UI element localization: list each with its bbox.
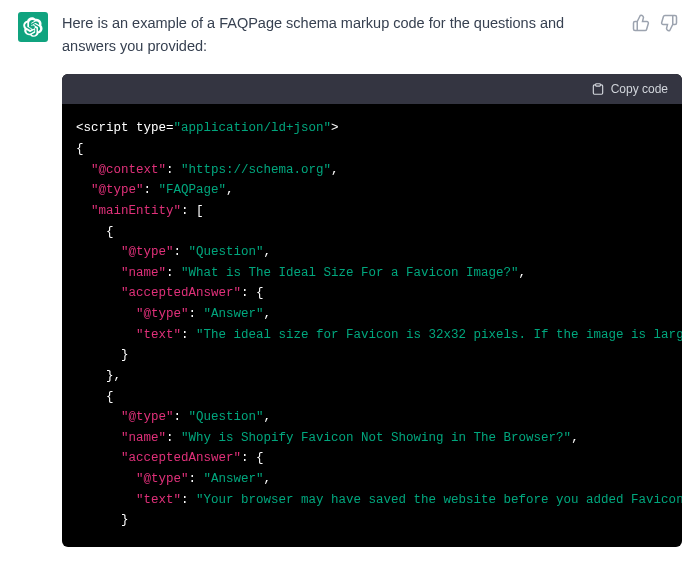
code-block: Copy code <script type="application/ld+j… — [62, 74, 682, 547]
openai-logo-icon — [23, 17, 43, 37]
copy-code-label: Copy code — [611, 82, 668, 96]
code-content: <script type="application/ld+json"> { "@… — [62, 104, 682, 547]
clipboard-icon — [591, 82, 605, 96]
svg-rect-0 — [595, 84, 600, 86]
assistant-avatar — [18, 12, 48, 42]
thumbs-up-icon[interactable] — [632, 14, 650, 32]
copy-code-button[interactable]: Copy code — [591, 82, 668, 96]
thumbs-down-icon[interactable] — [660, 14, 678, 32]
assistant-intro-text: Here is an example of a FAQPage schema m… — [62, 12, 682, 58]
code-header: Copy code — [62, 74, 682, 104]
feedback-controls — [632, 14, 678, 32]
